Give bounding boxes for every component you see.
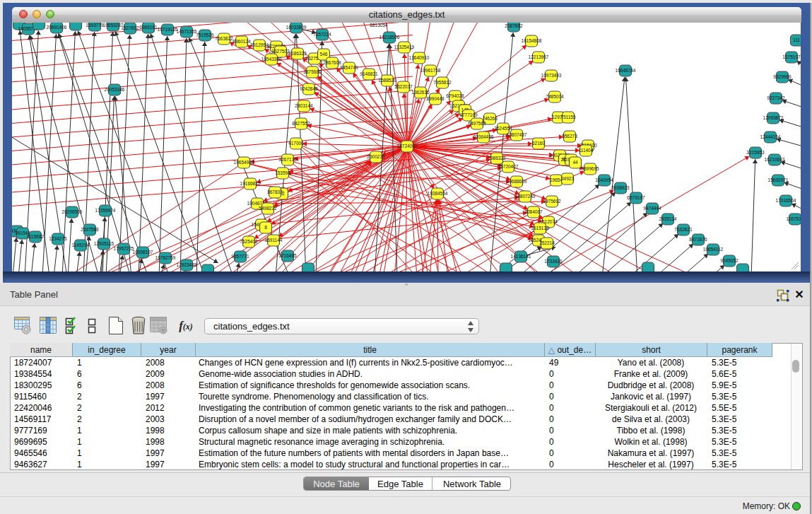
svg-text:7955812: 7955812 (433, 80, 452, 85)
svg-text:2935114: 2935114 (659, 216, 677, 221)
svg-text:9146821: 9146821 (360, 71, 378, 76)
svg-text:6966161: 6966161 (139, 25, 158, 30)
svg-text:6497568: 6497568 (468, 121, 486, 126)
svg-text:9657771: 9657771 (231, 254, 249, 259)
svg-text:7485004: 7485004 (546, 94, 564, 99)
svg-text:3624554: 3624554 (494, 126, 512, 131)
svg-text:9899695: 9899695 (581, 166, 599, 171)
svg-text:14671355: 14671355 (177, 29, 197, 34)
svg-text:6579197: 6579197 (627, 195, 645, 200)
svg-text:8454749: 8454749 (340, 65, 358, 70)
svg-text:20206556: 20206556 (62, 209, 83, 214)
svg-text:16210643: 16210643 (765, 157, 785, 162)
svg-text:1234275: 1234275 (49, 236, 67, 241)
svg-text:16543382: 16543382 (261, 57, 282, 62)
svg-text:9245052: 9245052 (720, 258, 739, 263)
svg-text:3875685: 3875685 (303, 69, 322, 74)
svg-text:8960124: 8960124 (233, 39, 251, 44)
svg-text:751155: 751155 (560, 115, 576, 119)
svg-text:8912954: 8912954 (250, 42, 269, 47)
svg-text:16033809: 16033809 (286, 25, 307, 30)
svg-text:556273: 556273 (562, 134, 577, 139)
svg-text:3215953: 3215953 (746, 150, 765, 155)
svg-text:11325419: 11325419 (394, 45, 415, 49)
svg-text:2803144: 2803144 (295, 103, 313, 108)
svg-text:7357224: 7357224 (313, 32, 331, 37)
svg-text:7986322: 7986322 (488, 156, 506, 160)
svg-text:9084067: 9084067 (524, 209, 543, 214)
svg-text:1575107: 1575107 (782, 54, 801, 59)
svg-text:867833: 867833 (267, 189, 283, 194)
svg-text:20691406: 20691406 (47, 25, 67, 30)
svg-text:1640954: 1640954 (595, 177, 613, 182)
svg-text:19218506: 19218506 (379, 35, 400, 40)
svg-text:7625402: 7625402 (240, 239, 258, 244)
svg-text:14136141: 14136141 (511, 254, 531, 259)
svg-text:153594: 153594 (275, 170, 290, 175)
svg-text:8813054: 8813054 (370, 23, 388, 28)
svg-text:8186323: 8186323 (288, 51, 307, 56)
svg-text:20364436: 20364436 (473, 134, 494, 139)
svg-text:19166827: 19166827 (240, 181, 261, 186)
svg-text:9777169: 9777169 (459, 112, 478, 117)
svg-text:746266: 746266 (482, 116, 498, 121)
svg-text:1615132: 1615132 (531, 226, 549, 230)
svg-text:1167533: 1167533 (787, 216, 801, 221)
svg-text:18807249: 18807249 (515, 194, 536, 199)
svg-text:44: 44 (572, 160, 578, 165)
svg-text:17016504: 17016504 (776, 198, 796, 203)
svg-text:9227342: 9227342 (767, 95, 785, 100)
svg-text:8: 8 (264, 225, 267, 230)
svg-text:17957225: 17957225 (114, 246, 134, 251)
svg-text:1115682: 1115682 (27, 234, 45, 239)
svg-text:12444154: 12444154 (760, 134, 781, 139)
svg-text:1527602: 1527602 (121, 25, 139, 30)
svg-text:1691144: 1691144 (265, 238, 283, 243)
svg-text:5498222: 5498222 (259, 206, 277, 211)
svg-text:8990448: 8990448 (426, 96, 445, 101)
svg-text:2397588: 2397588 (81, 227, 99, 232)
svg-text:18724007: 18724007 (397, 144, 418, 148)
svg-text:62160: 62160 (532, 141, 545, 146)
svg-text:417006: 417006 (288, 141, 304, 146)
svg-text:9327503: 9327503 (271, 49, 290, 54)
svg-text:5322037: 5322037 (394, 84, 413, 89)
svg-text:3716485: 3716485 (278, 253, 297, 258)
svg-text:12213967: 12213967 (529, 54, 549, 59)
svg-text:13640910: 13640910 (409, 55, 430, 60)
svg-text:16154808: 16154808 (522, 38, 542, 43)
svg-text:9329966: 9329966 (773, 74, 792, 79)
svg-text:19384554: 19384554 (428, 191, 448, 196)
svg-text:10807487: 10807487 (507, 132, 527, 137)
svg-text:111: 111 (793, 37, 800, 42)
svg-text:16782759: 16782759 (155, 255, 176, 260)
svg-text:6794028: 6794028 (446, 93, 464, 98)
svg-text:3267130: 3267130 (278, 157, 297, 162)
svg-text:16648784: 16648784 (616, 68, 636, 73)
svg-text:10973493: 10973493 (541, 73, 562, 78)
svg-text:2087682: 2087682 (505, 23, 523, 28)
svg-text:10654112: 10654112 (703, 247, 724, 252)
svg-text:5938923: 5938923 (611, 185, 630, 190)
svg-text:10958107: 10958107 (133, 250, 153, 255)
svg-text:2867608: 2867608 (323, 60, 341, 65)
svg-text:252214: 252214 (539, 240, 555, 245)
svg-text:10961758: 10961758 (420, 68, 441, 73)
svg-text:8471676: 8471676 (689, 237, 707, 242)
svg-text:1975692: 1975692 (543, 199, 561, 204)
svg-text:7663822: 7663822 (215, 36, 233, 41)
svg-text:12923448: 12923448 (177, 262, 197, 267)
svg-text:1145194: 1145194 (72, 243, 90, 247)
svg-text:7632621: 7632621 (674, 227, 693, 232)
svg-text:12093872: 12093872 (763, 115, 784, 120)
svg-text:19654983: 19654983 (234, 160, 254, 165)
svg-text:17359924: 17359924 (95, 208, 116, 213)
svg-text:12505115: 12505115 (94, 241, 114, 246)
svg-text:15720407: 15720407 (498, 164, 519, 169)
svg-text:10688609: 10688609 (507, 179, 527, 184)
svg-text:1588520: 1588520 (378, 78, 396, 83)
svg-text:9242848: 9242848 (300, 86, 318, 91)
svg-text:111404: 111404 (579, 148, 594, 153)
svg-text:10719185: 10719185 (158, 27, 178, 32)
svg-text:9474444: 9474444 (643, 206, 661, 211)
